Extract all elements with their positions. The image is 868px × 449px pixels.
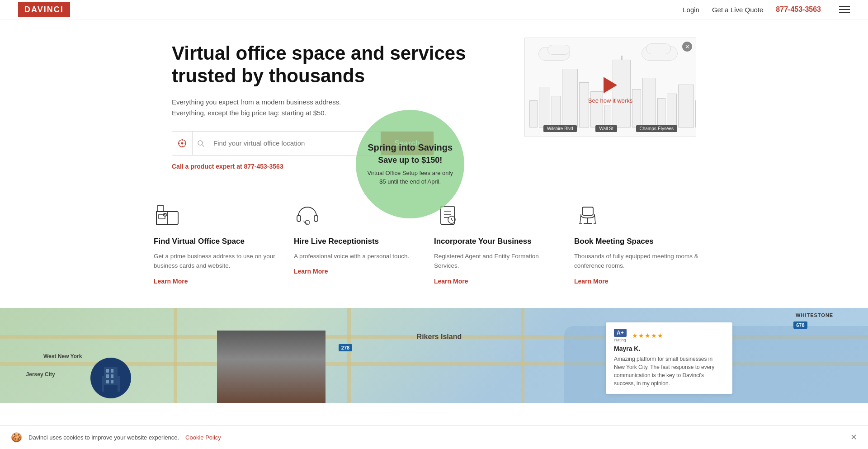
chair-icon <box>574 202 601 229</box>
logo[interactable]: DAVINCI <box>18 2 70 17</box>
hero-subtitle: Everything you expect from a modern busi… <box>172 97 506 118</box>
rating-badge: A+ <box>614 329 627 337</box>
whitestone-label: WHITESTONE <box>796 312 833 318</box>
street-sign-2: Wall St <box>595 125 617 132</box>
location-icon <box>172 132 193 155</box>
feature-link-4[interactable]: Learn More <box>574 278 608 285</box>
feature-title-2: Hire Live Receptionists <box>294 237 420 246</box>
reviewer-name: Mayra K. <box>614 345 724 352</box>
hero-right: See how it works Wilshire Blvd Wall St C… <box>524 38 696 137</box>
street-signs: Wilshire Blvd Wall St Champs-Élysées <box>525 125 696 132</box>
video-close-btn[interactable]: ✕ <box>682 42 692 52</box>
see-how-text[interactable]: See how it works <box>588 97 632 104</box>
svg-rect-38 <box>106 380 109 383</box>
promo-savings: Save up to $150! <box>378 156 442 165</box>
svg-rect-17 <box>306 221 309 224</box>
play-icon <box>604 77 617 93</box>
map-building-circle <box>90 358 131 398</box>
phone-number[interactable]: 877-453-3563 <box>776 5 821 14</box>
hamburger-menu[interactable] <box>839 6 850 13</box>
quote-link[interactable]: Get a Live Quote <box>712 6 763 14</box>
svg-rect-36 <box>106 374 109 378</box>
feature-incorporate: Incorporate Your Business Registered Age… <box>434 197 574 290</box>
main-nav: Login Get a Live Quote 877-453-3563 <box>683 5 850 14</box>
search-icon <box>197 140 204 147</box>
headset-icon <box>294 202 321 229</box>
feature-desc-4: Thousands of fully equipped meeting room… <box>574 251 701 271</box>
play-button[interactable] <box>599 74 621 96</box>
promo-title: Spring into Savings <box>368 142 453 153</box>
review-rating: A+ Rating ★ ★ ★ ★ ★ <box>614 329 724 342</box>
highway-2: 678 <box>793 321 807 329</box>
feature-desc-3: Registered Agent and Entity Formation Se… <box>434 251 561 271</box>
feature-link-1[interactable]: Learn More <box>154 278 188 285</box>
svg-rect-18 <box>441 206 454 224</box>
rating-sub: Rating <box>614 338 626 342</box>
svg-line-28 <box>580 214 581 223</box>
svg-rect-34 <box>106 369 109 373</box>
map-region2: Jersey City <box>26 371 55 378</box>
feature-meeting: Book Meeting Spaces Thousands of fully e… <box>574 197 714 290</box>
svg-rect-10 <box>159 214 165 219</box>
feature-desc-1: Get a prime business address to use on y… <box>154 251 280 271</box>
feature-desc-2: A professional voice with a personal tou… <box>294 251 420 261</box>
search-input[interactable] <box>207 132 376 155</box>
svg-rect-37 <box>111 374 113 378</box>
map-rikers-label: Rikers Island <box>417 333 462 341</box>
highway-1: 278 <box>339 344 352 351</box>
svg-rect-40 <box>104 385 118 392</box>
person-photo <box>217 331 326 403</box>
svg-line-29 <box>594 214 595 223</box>
hero-title: Virtual office space and services truste… <box>172 42 506 88</box>
feature-title-1: Find Virtual Office Space <box>154 237 280 246</box>
svg-line-7 <box>202 145 204 147</box>
svg-point-6 <box>198 141 203 145</box>
promo-popup: Spring into Savings Save up to $150! Vir… <box>356 110 464 218</box>
feature-find-office: Find Virtual Office Space Get a prime bu… <box>154 197 294 290</box>
svg-rect-25 <box>582 207 593 215</box>
mailbox-icon <box>154 202 181 229</box>
feature-link-2[interactable]: Learn More <box>294 268 328 275</box>
svg-rect-39 <box>111 380 113 383</box>
map-background: Rikers Island West New York Jersey City … <box>0 308 868 403</box>
street-sign-3: Champs-Élysées <box>636 125 678 132</box>
promo-body: Virtual Office Setup fees are only $5 un… <box>365 169 455 186</box>
header: DAVINCI Login Get a Live Quote 877-453-3… <box>0 0 868 19</box>
svg-rect-15 <box>297 215 301 222</box>
feature-link-3[interactable]: Learn More <box>434 278 468 285</box>
review-text: Amazing platform for small businesses in… <box>614 355 724 388</box>
review-card: A+ Rating ★ ★ ★ ★ ★ Mayra K. Amazing pla… <box>606 322 732 394</box>
svg-rect-35 <box>111 369 113 373</box>
feature-title-3: Incorporate Your Business <box>434 237 561 246</box>
map-section: Rikers Island West New York Jersey City … <box>0 308 868 403</box>
svg-line-24 <box>452 220 453 221</box>
svg-point-1 <box>181 142 184 144</box>
svg-rect-16 <box>314 215 318 222</box>
video-box[interactable]: See how it works Wilshire Blvd Wall St C… <box>524 38 696 137</box>
street-sign-1: Wilshire Blvd <box>543 125 577 132</box>
login-link[interactable]: Login <box>683 6 699 14</box>
map-region1: West New York <box>43 353 82 359</box>
feature-title-4: Book Meeting Spaces <box>574 237 701 246</box>
